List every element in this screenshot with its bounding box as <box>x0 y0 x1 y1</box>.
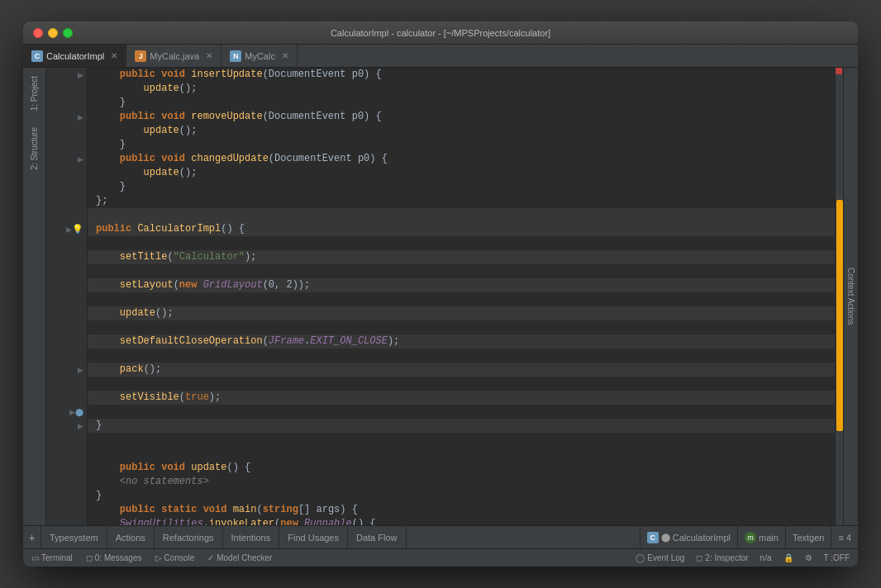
bottom-toolbar: + Typesystem Actions Refactorings Intent… <box>23 525 858 548</box>
gutter-row: ▶ <box>46 419 87 433</box>
warning-gutter-icon: ⬤ <box>75 408 83 416</box>
add-icon: + <box>28 531 35 544</box>
toolbar-main-label: main <box>759 533 779 543</box>
fold-icon: ▶ <box>78 113 83 121</box>
gutter-row <box>46 447 87 461</box>
gutter-row <box>46 264 87 278</box>
gutter-row: ▶⬤ <box>46 405 87 419</box>
status-bar: ▭ Terminal ◻ 0: Messages ▷ Console ✓ Mod… <box>23 548 858 567</box>
model-checker-icon: ✓ <box>207 553 214 562</box>
status-messages[interactable]: ◻ 0: Messages <box>83 553 145 562</box>
settings-icon: ⚙ <box>805 553 812 562</box>
gutter-row <box>46 334 87 349</box>
vertical-scrollbar[interactable] <box>835 68 843 525</box>
tab-label-calculatorimpl: CalculatorImpl <box>46 51 104 61</box>
gutter-row <box>46 138 87 152</box>
status-inspector[interactable]: ◻ 2: Inspector <box>693 553 751 562</box>
status-t-off[interactable]: T :OFF <box>821 553 853 562</box>
actions-label: Actions <box>116 533 145 543</box>
tab-close-mycalc-java[interactable]: ✕ <box>206 51 212 60</box>
gutter-row: ▶ <box>46 110 87 124</box>
traffic-lights <box>33 28 73 38</box>
scrollbar-thumb[interactable] <box>836 200 843 431</box>
status-na: n/a <box>757 553 775 562</box>
main-circle-icon: m <box>745 532 756 543</box>
gutter-row <box>46 349 87 363</box>
dots-label: ≡ 4 <box>838 533 851 543</box>
context-actions-label[interactable]: Context Actions <box>846 268 855 325</box>
tab-calculatorimpl[interactable]: C CalculatorImpl ✕ <box>23 45 126 67</box>
fold-icon: ▶ <box>69 408 75 416</box>
fold-icon: ▶ <box>78 71 83 79</box>
tab-close-calculatorimpl[interactable]: ✕ <box>111 51 117 60</box>
code-editor[interactable]: public void insertUpdate(DocumentEvent p… <box>88 68 835 525</box>
gutter-row <box>46 320 87 334</box>
gutter-row <box>46 377 87 391</box>
toolbar-tab-actions[interactable]: Actions <box>107 526 155 548</box>
inspector-label: 2: Inspector <box>705 553 748 562</box>
left-sidebar: 1: Project 2: Structure <box>23 68 46 525</box>
title-bar: CalculatorImpl - calculator - [~/MPSProj… <box>23 21 858 45</box>
gutter-row <box>46 433 87 447</box>
status-model-checker[interactable]: ✓ Model Checker <box>204 553 275 562</box>
toolbar-tab-typesystem[interactable]: Typesystem <box>41 526 107 548</box>
file-tabs: C CalculatorImpl ✕ J MyCalc.java ✕ N MyC… <box>23 45 858 68</box>
inspector-icon: ◻ <box>696 553 702 562</box>
close-button[interactable] <box>33 28 43 38</box>
tab-mycalc[interactable]: N MyCalc ✕ <box>221 45 298 67</box>
gutter-row <box>46 166 87 180</box>
model-checker-label: Model Checker <box>217 553 272 562</box>
terminal-icon: ▭ <box>31 553 39 562</box>
main-window: CalculatorImpl - calculator - [~/MPSProj… <box>23 21 858 567</box>
messages-icon: ◻ <box>86 553 93 562</box>
sidebar-item-structure[interactable]: 2: Structure <box>26 119 42 178</box>
gutter-row-bulb: ▶ 💡 <box>46 222 87 236</box>
add-tab-button[interactable]: + <box>23 526 41 548</box>
gutter-row <box>46 96 87 110</box>
console-label: Console <box>164 553 195 562</box>
minimize-button[interactable] <box>48 28 58 38</box>
status-console[interactable]: ▷ Console <box>152 553 198 562</box>
fold-icon: ▶ <box>78 422 83 430</box>
gutter-row <box>46 292 87 306</box>
bulb-icon[interactable]: 💡 <box>72 224 83 235</box>
tab-label-mycalc-java: MyCalc.java <box>150 51 199 61</box>
toolbar-dots[interactable]: ≡ 4 <box>831 526 858 548</box>
toolbar-right: C ⬤ CalculatorImpl m main Textgen ≡ 4 <box>640 526 858 548</box>
error-marker <box>836 68 842 74</box>
maximize-button[interactable] <box>63 28 73 38</box>
right-sidebar: Context Actions <box>843 68 858 525</box>
gutter-row <box>46 278 87 292</box>
toolbar-textgen[interactable]: Textgen <box>785 526 831 548</box>
toolbar-calculatorimpl[interactable]: C ⬤ CalculatorImpl <box>640 526 737 548</box>
line-gutter: ▶ ▶ ▶ ▶ 💡 ▶ <box>46 68 88 525</box>
toolbar-main[interactable]: m main <box>737 526 785 548</box>
status-lock[interactable]: 🔒 <box>780 553 797 562</box>
sidebar-item-project[interactable]: 1: Project <box>26 68 42 119</box>
textgen-label: Textgen <box>793 533 825 543</box>
tab-label-mycalc: MyCalc <box>245 51 275 61</box>
code-content: public void insertUpdate(DocumentEvent p… <box>88 68 835 525</box>
fold-icon: ▶ <box>78 366 83 374</box>
toolbar-tab-refactorings[interactable]: Refactorings <box>155 526 223 548</box>
tab-mycalc-java[interactable]: J MyCalc.java ✕ <box>126 45 221 67</box>
toolbar-dot: ⬤ <box>661 533 670 542</box>
gutter-row <box>46 82 87 96</box>
console-icon: ▷ <box>155 553 162 562</box>
toolbar-tab-data-flow[interactable]: Data Flow <box>348 526 407 548</box>
find-usages-label: Find Usages <box>288 533 339 543</box>
toolbar-calculatorimpl-label: CalculatorImpl <box>673 533 731 543</box>
event-log-label: Event Log <box>647 553 684 562</box>
status-terminal[interactable]: ▭ Terminal <box>28 553 76 562</box>
data-flow-label: Data Flow <box>356 533 398 543</box>
toolbar-tab-find-usages[interactable]: Find Usages <box>279 526 348 548</box>
messages-label: 0: Messages <box>95 553 142 562</box>
gutter-row <box>46 208 87 222</box>
toolbar-tab-intentions[interactable]: Intentions <box>223 526 280 548</box>
tab-close-mycalc[interactable]: ✕ <box>282 51 288 60</box>
window-title: CalculatorImpl - calculator - [~/MPSProj… <box>331 28 550 38</box>
status-event-log[interactable]: ◯ Event Log <box>632 553 688 562</box>
status-right: ◯ Event Log ◻ 2: Inspector n/a 🔒 ⚙ T :OF… <box>632 553 853 562</box>
lock-icon: 🔒 <box>783 553 793 562</box>
status-settings[interactable]: ⚙ <box>802 553 816 562</box>
